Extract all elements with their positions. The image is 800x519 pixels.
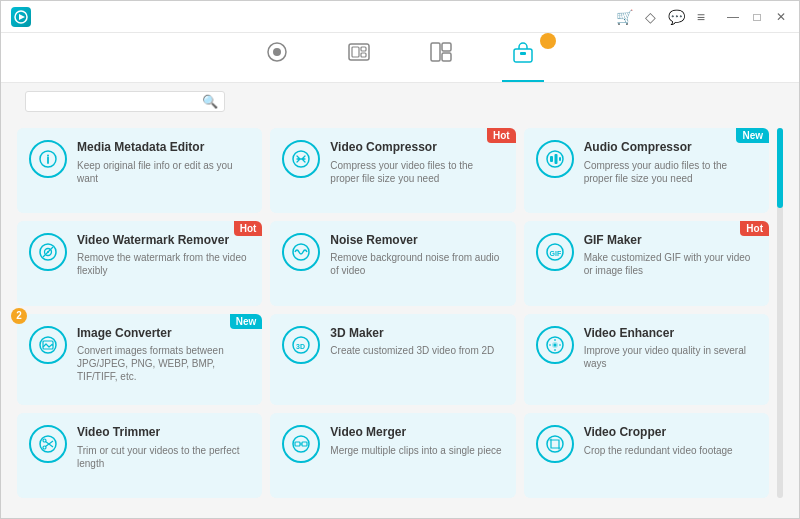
tool-name-video-cropper: Video Cropper <box>584 425 757 441</box>
tool-name-video-trimmer: Video Trimmer <box>77 425 250 441</box>
tool-name-video-compressor: Video Compressor <box>330 140 503 156</box>
tab-converter[interactable] <box>256 41 298 82</box>
tool-name-3d-maker: 3D Maker <box>330 326 503 342</box>
search-input[interactable] <box>32 95 202 109</box>
svg-point-3 <box>273 48 281 56</box>
tool-name-gif-maker: GIF Maker <box>584 233 757 249</box>
svg-rect-9 <box>442 43 451 51</box>
gift-icon[interactable]: ◇ <box>645 9 656 25</box>
svg-text:3D: 3D <box>296 343 305 350</box>
scrollbar-thumb[interactable] <box>777 128 783 208</box>
svg-point-15 <box>47 155 49 157</box>
tools-grid: Media Metadata Editor Keep original file… <box>17 128 769 498</box>
mv-icon <box>348 43 370 66</box>
toolbox-icon <box>512 41 534 68</box>
search-bar: 🔍 <box>1 83 799 120</box>
tool-icon-video-enhancer <box>536 326 574 364</box>
scrollbar-track[interactable] <box>777 128 783 498</box>
tool-card-video-trimmer[interactable]: Video Trimmer Trim or cut your videos to… <box>17 413 262 498</box>
tool-desc-video-cropper: Crop the redundant video footage <box>584 444 757 457</box>
svg-rect-18 <box>550 156 553 162</box>
menu-icon[interactable]: ≡ <box>697 9 705 25</box>
tool-card-3d-maker[interactable]: 3D 3D Maker Create customized 3D video f… <box>270 314 515 405</box>
tools-area: Media Metadata Editor Keep original file… <box>17 128 783 498</box>
tool-card-video-enhancer[interactable]: Video Enhancer Improve your video qualit… <box>524 314 769 405</box>
svg-rect-5 <box>352 47 359 57</box>
tool-desc-image-converter: Convert images formats between JPG/JPEG,… <box>77 344 250 383</box>
tool-name-video-merger: Video Merger <box>330 425 503 441</box>
tool-badge-gif-maker: Hot <box>740 221 769 236</box>
tool-name-image-converter: Image Converter <box>77 326 250 342</box>
svg-rect-20 <box>559 157 561 161</box>
search-input-wrap[interactable]: 🔍 <box>25 91 225 112</box>
tool-desc-gif-maker: Make customized GIF with your video or i… <box>584 251 757 277</box>
window-controls: — □ ✕ <box>725 10 789 24</box>
tool-card-audio-compressor[interactable]: New Audio Compressor Compress your audio… <box>524 128 769 213</box>
tool-icon-video-watermark-remover <box>29 233 67 271</box>
search-icon[interactable]: 🔍 <box>202 94 218 109</box>
nav-tabs <box>1 33 799 83</box>
tool-name-media-metadata-editor: Media Metadata Editor <box>77 140 250 156</box>
tool-badge-audio-compressor: New <box>736 128 769 143</box>
tool-icon-media-metadata-editor <box>29 140 67 178</box>
svg-rect-11 <box>514 49 532 62</box>
tool-icon-video-trimmer <box>29 425 67 463</box>
tool-badge-image-converter: New <box>230 314 263 329</box>
tool-card-video-merger[interactable]: Video Merger Merge multiple clips into a… <box>270 413 515 498</box>
tool-card-noise-remover[interactable]: Noise Remover Remove background noise fr… <box>270 221 515 306</box>
svg-rect-12 <box>520 52 526 55</box>
tool-desc-video-compressor: Compress your video files to the proper … <box>330 159 503 185</box>
tool-name-noise-remover: Noise Remover <box>330 233 503 249</box>
tool-desc-noise-remover: Remove background noise from audio of vi… <box>330 251 503 277</box>
svg-rect-7 <box>361 53 366 57</box>
tool-desc-video-watermark-remover: Remove the watermark from the video flex… <box>77 251 250 277</box>
tool-name-audio-compressor: Audio Compressor <box>584 140 757 156</box>
tool-desc-media-metadata-editor: Keep original file info or edit as you w… <box>77 159 250 185</box>
close-button[interactable]: ✕ <box>773 10 789 24</box>
main-content: Media Metadata Editor Keep original file… <box>1 120 799 506</box>
tool-icon-3d-maker: 3D <box>282 326 320 364</box>
collage-icon <box>430 42 452 67</box>
svg-rect-10 <box>442 53 451 61</box>
tool-name-video-enhancer: Video Enhancer <box>584 326 757 342</box>
tool-desc-video-enhancer: Improve your video quality in several wa… <box>584 344 757 370</box>
tool-card-video-watermark-remover[interactable]: Hot Video Watermark Remover Remove the w… <box>17 221 262 306</box>
svg-rect-41 <box>302 442 307 446</box>
tool-desc-video-trimmer: Trim or cut your videos to the perfect l… <box>77 444 250 470</box>
title-bar: 🛒 ◇ 💬 ≡ — □ ✕ <box>1 1 799 33</box>
tool-card-media-metadata-editor[interactable]: Media Metadata Editor Keep original file… <box>17 128 262 213</box>
card-number-badge-image-converter: 2 <box>11 308 27 324</box>
tool-card-image-converter[interactable]: New 2 Image Converter Convert images for… <box>17 314 262 405</box>
svg-rect-40 <box>295 442 300 446</box>
tool-desc-3d-maker: Create customized 3D video from 2D <box>330 344 503 357</box>
svg-point-42 <box>547 436 563 452</box>
tool-icon-image-converter <box>29 326 67 364</box>
tab-toolbox[interactable] <box>502 41 544 82</box>
tool-card-gif-maker[interactable]: Hot GIF GIF Maker Make customized GIF wi… <box>524 221 769 306</box>
svg-text:GIF: GIF <box>549 250 561 257</box>
svg-point-23 <box>47 251 49 253</box>
svg-point-33 <box>553 343 556 346</box>
minimize-button[interactable]: — <box>725 10 741 24</box>
tool-card-video-compressor[interactable]: Hot Video Compressor Compress your video… <box>270 128 515 213</box>
tool-badge-video-compressor: Hot <box>487 128 516 143</box>
svg-marker-1 <box>19 14 25 20</box>
tool-icon-audio-compressor <box>536 140 574 178</box>
tool-name-video-watermark-remover: Video Watermark Remover <box>77 233 250 249</box>
tool-icon-video-merger <box>282 425 320 463</box>
tool-icon-video-compressor <box>282 140 320 178</box>
chat-icon[interactable]: 💬 <box>668 9 685 25</box>
svg-rect-6 <box>361 47 366 51</box>
cart-icon[interactable]: 🛒 <box>616 9 633 25</box>
converter-icon <box>266 41 288 68</box>
tab-mv[interactable] <box>338 43 380 80</box>
maximize-button[interactable]: □ <box>749 10 765 24</box>
tool-desc-audio-compressor: Compress your audio files to the proper … <box>584 159 757 185</box>
svg-rect-8 <box>431 43 440 61</box>
tool-card-video-cropper[interactable]: Video Cropper Crop the redundant video f… <box>524 413 769 498</box>
tab-collage[interactable] <box>420 42 462 81</box>
app-logo <box>11 7 31 27</box>
tool-desc-video-merger: Merge multiple clips into a single piece <box>330 444 503 457</box>
svg-rect-19 <box>554 154 557 164</box>
title-bar-right: 🛒 ◇ 💬 ≡ — □ ✕ <box>616 9 789 25</box>
